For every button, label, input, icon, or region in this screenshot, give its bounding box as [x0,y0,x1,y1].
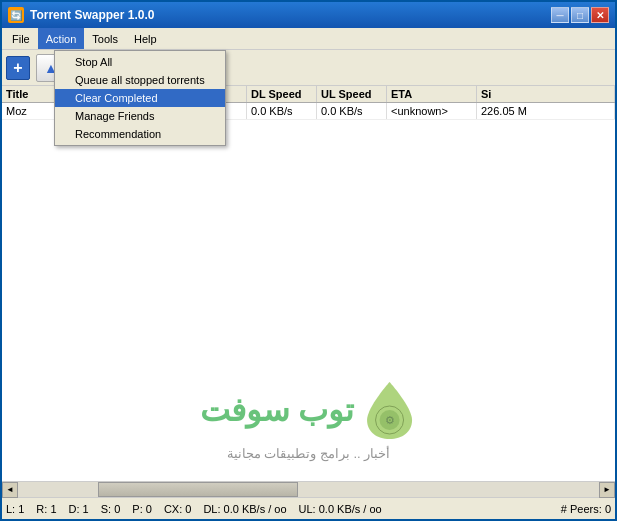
action-queue-stopped[interactable]: Queue all stopped torrents [55,71,225,89]
cell-size: 226.05 M [477,103,615,119]
close-button[interactable]: ✕ [591,7,609,23]
col-header-dl-speed: DL Speed [247,86,317,102]
status-dl: DL: 0.0 KB/s / oo [203,503,286,515]
watermark: توب سوفت ⚙ أخبار .. برامج وتطبيقات مجاني… [200,377,418,461]
status-r: R: 1 [36,503,56,515]
window-controls: ─ □ ✕ [551,7,609,23]
action-manage-friends[interactable]: Manage Friends [55,107,225,125]
minimize-button[interactable]: ─ [551,7,569,23]
watermark-arabic-subtitle: أخبار .. برامج وتطبيقات مجانية [200,446,418,461]
horizontal-scrollbar[interactable]: ◄ ► [2,481,615,497]
status-d: D: 1 [69,503,89,515]
col-header-size: Si [477,86,615,102]
app-icon: 🔄 [8,7,24,23]
col-header-ul-speed: UL Speed [317,86,387,102]
action-recommendation[interactable]: Recommendation [55,125,225,143]
cell-dl-speed: 0.0 KB/s [247,103,317,119]
scrollbar-track[interactable] [18,482,599,497]
cell-eta: <unknown> [387,103,477,119]
status-ul: UL: 0.0 KB/s / oo [299,503,382,515]
scrollbar-left-button[interactable]: ◄ [2,482,18,498]
menu-bar: File Action Tools Help Stop All Queue al… [2,28,615,50]
action-dropdown-menu: Stop All Queue all stopped torrents Clea… [54,50,226,146]
status-peers: # Peers: 0 [561,503,611,515]
menu-action[interactable]: Action [38,28,85,49]
action-clear-completed[interactable]: Clear Completed [55,89,225,107]
status-bar: L: 1 R: 1 D: 1 S: 0 P: 0 CX: 0 DL: 0.0 K… [2,497,615,519]
menu-file[interactable]: File [4,28,38,49]
menu-tools[interactable]: Tools [84,28,126,49]
main-window: 🔄 Torrent Swapper 1.0.0 ─ □ ✕ File Actio… [0,0,617,521]
action-stop-all[interactable]: Stop All [55,53,225,71]
scrollbar-right-button[interactable]: ► [599,482,615,498]
content-area: Moz % connecting to p... 0.0 KB/s 0.0 KB… [2,103,615,481]
status-s: S: 0 [101,503,121,515]
menu-help[interactable]: Help [126,28,165,49]
title-bar: 🔄 Torrent Swapper 1.0.0 ─ □ ✕ [2,2,615,28]
window-title: Torrent Swapper 1.0.0 [30,8,551,22]
status-cx: CX: 0 [164,503,192,515]
add-torrent-button[interactable]: + [6,56,30,80]
cell-ul-speed: 0.0 KB/s [317,103,387,119]
col-header-eta: ETA [387,86,477,102]
status-l: L: 1 [6,503,24,515]
status-p: P: 0 [132,503,152,515]
watermark-drop-icon: ⚙ [362,377,417,442]
svg-text:⚙: ⚙ [385,414,395,426]
scrollbar-thumb[interactable] [98,482,298,497]
maximize-button[interactable]: □ [571,7,589,23]
watermark-arabic-title: توب سوفت [200,391,355,429]
